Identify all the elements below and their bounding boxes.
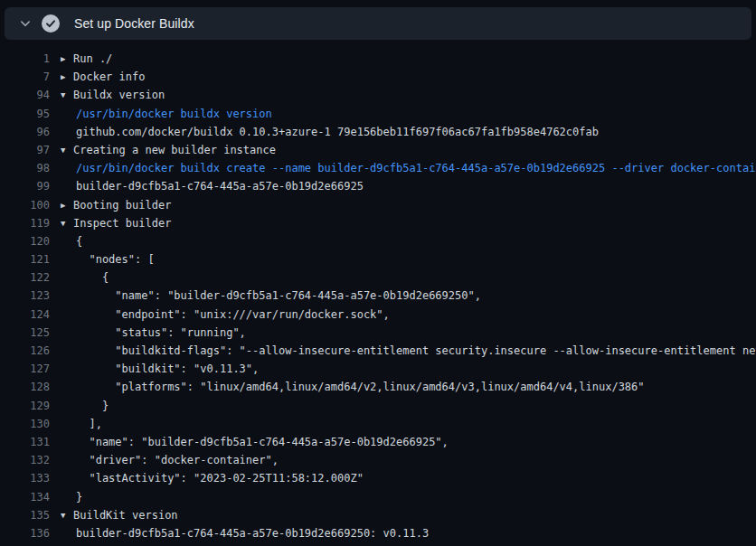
group-expanded-icon[interactable]: ▼ [50, 86, 73, 104]
log-line-row: 125 "status": "running", [0, 324, 756, 342]
log-line-row: 99builder-d9cfb5a1-c764-445a-a57e-0b19d2… [0, 177, 756, 195]
output-text: } [76, 397, 109, 415]
log-group-row[interactable]: 135▼BuildKit version [0, 506, 756, 524]
log-group-row[interactable]: 100▶Booting builder [0, 196, 756, 214]
line-number[interactable]: 97 [0, 141, 50, 159]
line-number[interactable]: 128 [0, 378, 50, 396]
line-number[interactable]: 94 [0, 86, 50, 104]
group-collapsed-icon[interactable]: ▶ [50, 50, 73, 68]
output-text: "driver": "docker-container", [76, 451, 279, 469]
line-number[interactable]: 135 [0, 506, 50, 524]
arrow-spacer [50, 306, 73, 324]
chevron-down-icon[interactable] [19, 17, 32, 30]
output-text: github.com/docker/buildx 0.10.3+azure-1 … [76, 123, 599, 141]
arrow-spacer [50, 469, 73, 487]
arrow-spacer [50, 524, 73, 542]
line-number[interactable]: 122 [0, 268, 50, 287]
log-line-row: 133 "lastActivity": "2023-02-25T11:58:12… [0, 469, 756, 487]
log-line-row: 136builder-d9cfb5a1-c764-445a-a57e-0b19d… [0, 524, 756, 542]
arrow-spacer [50, 159, 73, 177]
log-group-row[interactable]: 1▶Run ./ [0, 50, 756, 68]
log-line-row: 130 ], [0, 415, 756, 433]
group-title: Inspect builder [73, 214, 171, 232]
line-number[interactable]: 133 [0, 469, 50, 487]
line-number[interactable]: 130 [0, 415, 50, 433]
log-line-row: 129 } [0, 397, 756, 415]
arrow-spacer [50, 250, 73, 268]
arrow-spacer [50, 232, 73, 250]
line-number[interactable]: 131 [0, 433, 50, 451]
log-line-row: 96github.com/docker/buildx 0.10.3+azure-… [0, 123, 756, 141]
log-group-row[interactable]: 97▼Creating a new builder instance [0, 141, 756, 159]
arrow-spacer [50, 105, 73, 123]
log-line-row: 121 "nodes": [ [0, 250, 756, 268]
arrow-spacer [50, 451, 73, 469]
output-text: "buildkit": "v0.11.3", [76, 360, 259, 378]
output-text: ], [76, 415, 102, 433]
line-number[interactable]: 123 [0, 287, 50, 305]
output-text: } [76, 488, 82, 506]
log-line-row: 120{ [0, 232, 756, 250]
log-line-row: 128 "platforms": "linux/amd64,linux/amd6… [0, 378, 756, 396]
line-number[interactable]: 134 [0, 488, 50, 506]
line-number[interactable]: 136 [0, 524, 50, 542]
log-line-row: 124 "endpoint": "unix:///var/run/docker.… [0, 306, 756, 324]
log-line-row: 98/usr/bin/docker buildx create --name b… [0, 159, 756, 177]
group-expanded-icon[interactable]: ▼ [50, 214, 73, 232]
line-number[interactable]: 127 [0, 360, 50, 378]
arrow-spacer [50, 177, 73, 195]
log-line-row: 123 "name": "builder-d9cfb5a1-c764-445a-… [0, 287, 756, 305]
output-text: builder-d9cfb5a1-c764-445a-a57e-0b19d2e6… [76, 524, 429, 542]
log-line-row: 132 "driver": "docker-container", [0, 451, 756, 469]
line-number[interactable]: 120 [0, 232, 50, 250]
log-line-row: 131 "name": "builder-d9cfb5a1-c764-445a-… [0, 433, 756, 451]
line-number[interactable]: 98 [0, 159, 50, 177]
line-number[interactable]: 132 [0, 451, 50, 469]
line-number[interactable]: 100 [0, 196, 50, 214]
line-number[interactable]: 1 [0, 50, 50, 68]
log-line-row: 122 { [0, 268, 756, 287]
command-text: /usr/bin/docker buildx version [76, 105, 272, 123]
command-text: /usr/bin/docker buildx create --name bui… [76, 159, 756, 177]
output-text: "lastActivity": "2023-02-25T11:58:12.000… [76, 469, 364, 487]
group-collapsed-icon[interactable]: ▶ [50, 68, 73, 86]
group-collapsed-icon[interactable]: ▶ [50, 196, 73, 214]
line-number[interactable]: 119 [0, 214, 50, 232]
line-number[interactable]: 96 [0, 123, 50, 141]
output-text: { [76, 268, 109, 287]
arrow-spacer [50, 123, 73, 141]
step-header[interactable]: Set up Docker Buildx [5, 7, 751, 40]
step-title: Set up Docker Buildx [74, 16, 194, 31]
arrow-spacer [50, 268, 73, 287]
group-title: BuildKit version [73, 506, 178, 524]
line-number[interactable]: 7 [0, 68, 50, 86]
log-group-row[interactable]: 119▼Inspect builder [0, 214, 756, 232]
log-group-row[interactable]: 94▼Buildx version [0, 86, 756, 104]
line-number[interactable]: 126 [0, 342, 50, 360]
arrow-spacer [50, 360, 73, 378]
output-text: "nodes": [ [76, 250, 155, 268]
line-number[interactable]: 121 [0, 250, 50, 268]
group-title: Buildx version [73, 86, 165, 104]
log-line-row: 134} [0, 488, 756, 506]
check-circle-icon [42, 14, 60, 33]
line-number[interactable]: 95 [0, 105, 50, 123]
arrow-spacer [50, 433, 73, 451]
log-line-row: 127 "buildkit": "v0.11.3", [0, 360, 756, 378]
output-text: "name": "builder-d9cfb5a1-c764-445a-a57e… [76, 433, 449, 451]
arrow-spacer [50, 488, 73, 506]
log-group-row[interactable]: 7▶Docker info [0, 68, 756, 86]
group-title: Docker info [73, 68, 145, 86]
arrow-spacer [50, 324, 73, 342]
line-number[interactable]: 124 [0, 306, 50, 324]
arrow-spacer [50, 397, 73, 415]
line-number[interactable]: 125 [0, 324, 50, 342]
arrow-spacer [50, 415, 73, 433]
line-number[interactable]: 129 [0, 397, 50, 415]
output-text: "name": "builder-d9cfb5a1-c764-445a-a57e… [76, 287, 481, 305]
line-number[interactable]: 99 [0, 177, 50, 195]
output-text: "endpoint": "unix:///var/run/docker.sock… [76, 306, 390, 324]
group-expanded-icon[interactable]: ▼ [50, 141, 73, 159]
group-expanded-icon[interactable]: ▼ [50, 506, 73, 524]
log-line-row: 126 "buildkitd-flags": "--allow-insecure… [0, 342, 756, 360]
